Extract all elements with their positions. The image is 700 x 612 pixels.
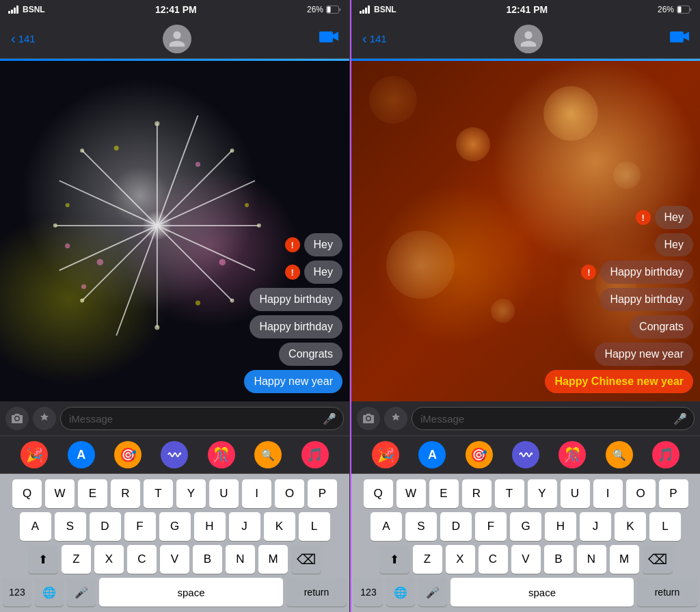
right-key-w[interactable]: W (396, 479, 426, 508)
right-nav-center[interactable] (514, 25, 543, 53)
left-key-e[interactable]: E (78, 479, 107, 508)
left-tray-app-5[interactable]: 🎊 (208, 441, 235, 468)
left-key-b[interactable]: B (193, 545, 222, 574)
right-key-g[interactable]: G (510, 512, 541, 541)
left-key-i[interactable]: I (242, 479, 271, 508)
right-key-a[interactable]: A (371, 512, 402, 541)
left-key-u[interactable]: U (209, 479, 239, 508)
svg-point-31 (114, 146, 119, 150)
left-key-x[interactable]: X (94, 545, 124, 574)
left-key-z[interactable]: Z (62, 545, 91, 574)
right-key-o[interactable]: O (626, 479, 656, 508)
left-key-f[interactable]: F (124, 512, 156, 541)
left-nav-center[interactable] (163, 25, 191, 53)
left-key-j[interactable]: J (229, 512, 260, 541)
right-tray-app-5[interactable]: 🎊 (558, 441, 586, 468)
left-key-o[interactable]: O (275, 479, 304, 508)
left-back-button[interactable]: ‹ 141 (11, 31, 36, 46)
left-key-h[interactable]: H (194, 512, 226, 541)
right-key-p[interactable]: P (659, 479, 688, 508)
left-key-k[interactable]: K (264, 512, 295, 541)
right-key-d[interactable]: D (440, 512, 472, 541)
right-key-k[interactable]: K (615, 512, 646, 541)
right-camera-button[interactable] (357, 407, 380, 430)
left-key-delete[interactable]: ⌫ (291, 545, 321, 574)
right-key-f[interactable]: F (475, 512, 507, 541)
left-msg-hey1-row: ! Hey (285, 233, 342, 256)
left-back-count: 141 (18, 33, 36, 44)
right-tray-app-2[interactable]: A (418, 441, 446, 468)
left-tray-app-1[interactable]: 🎉 (21, 441, 48, 468)
right-key-b[interactable]: B (544, 545, 574, 574)
left-key-c[interactable]: C (127, 545, 157, 574)
left-key-l[interactable]: L (299, 512, 330, 541)
right-key-c[interactable]: C (479, 545, 508, 574)
left-key-g[interactable]: G (159, 512, 191, 541)
right-key-123[interactable]: 123 (354, 578, 383, 607)
right-key-q[interactable]: Q (364, 479, 393, 508)
left-tray-app-4[interactable] (161, 441, 188, 468)
right-key-t[interactable]: T (495, 479, 524, 508)
left-key-emoji[interactable]: 🌐 (35, 578, 64, 607)
right-key-z[interactable]: Z (413, 545, 442, 574)
right-key-u[interactable]: U (561, 479, 590, 508)
right-key-emoji[interactable]: 🌐 (386, 578, 415, 607)
left-appstore-button[interactable] (33, 407, 56, 430)
right-key-v[interactable]: V (511, 545, 541, 574)
right-key-h[interactable]: H (545, 512, 576, 541)
right-key-i[interactable]: I (593, 479, 623, 508)
right-key-m[interactable]: M (610, 545, 639, 574)
right-key-e[interactable]: E (429, 479, 459, 508)
right-key-space[interactable]: space (450, 578, 634, 607)
left-key-shift[interactable]: ⬆ (28, 545, 58, 574)
left-key-s[interactable]: S (55, 512, 86, 541)
right-key-delete[interactable]: ⌫ (643, 545, 673, 574)
right-tray-app-6[interactable]: 🔍 (606, 441, 633, 468)
left-key-123[interactable]: 123 (3, 578, 31, 607)
left-key-d[interactable]: D (90, 512, 121, 541)
left-key-mic[interactable]: 🎤 (67, 578, 96, 607)
right-key-shift[interactable]: ⬆ (379, 545, 409, 574)
left-tray-app-6[interactable]: 🔍 (254, 441, 282, 468)
right-tray-app-1[interactable]: 🎉 (372, 441, 399, 468)
left-tray-app-7[interactable]: 🎵 (301, 441, 329, 468)
right-back-button[interactable]: ‹ 141 (362, 31, 387, 46)
left-key-p[interactable]: P (308, 479, 337, 508)
right-message-input[interactable]: iMessage 🎤 (412, 407, 695, 430)
right-video-button[interactable] (670, 29, 689, 49)
right-key-y[interactable]: Y (528, 479, 557, 508)
left-key-r[interactable]: R (111, 479, 140, 508)
left-key-space[interactable]: space (99, 578, 283, 607)
right-mic-input-icon[interactable]: 🎤 (673, 412, 687, 425)
left-message-input[interactable]: iMessage 🎤 (60, 407, 344, 430)
left-key-a[interactable]: A (20, 512, 51, 541)
right-key-mic[interactable]: 🎤 (418, 578, 447, 607)
left-mic-input-icon[interactable]: 🎤 (323, 412, 336, 425)
left-key-v[interactable]: V (160, 545, 189, 574)
svg-point-33 (66, 203, 70, 207)
right-key-r[interactable]: R (462, 479, 492, 508)
left-tray-app-2[interactable]: A (68, 441, 95, 468)
right-tray-app-4[interactable] (512, 441, 539, 468)
right-key-n[interactable]: N (577, 545, 606, 574)
left-key-y[interactable]: Y (176, 479, 206, 508)
left-key-w[interactable]: W (45, 479, 75, 508)
right-key-return[interactable]: return (637, 578, 697, 607)
left-tray-app-3[interactable]: 🎯 (114, 441, 142, 468)
left-key-n[interactable]: N (226, 545, 255, 574)
right-key-s[interactable]: S (405, 512, 437, 541)
right-key-l[interactable]: L (649, 512, 681, 541)
left-key-t[interactable]: T (144, 479, 173, 508)
right-appstore-button[interactable] (384, 407, 407, 430)
left-video-button[interactable] (319, 29, 338, 49)
right-key-j[interactable]: J (580, 512, 611, 541)
left-error-icon-1: ! (285, 237, 300, 252)
left-camera-button[interactable] (5, 407, 29, 430)
right-msg-congrats-row: Congrats (630, 315, 693, 338)
right-tray-app-7[interactable]: 🎵 (652, 441, 679, 468)
left-key-m[interactable]: M (258, 545, 288, 574)
right-key-x[interactable]: X (446, 545, 475, 574)
left-key-q[interactable]: Q (12, 479, 42, 508)
right-tray-app-3[interactable]: 🎯 (466, 441, 493, 468)
left-key-return[interactable]: return (286, 578, 347, 607)
